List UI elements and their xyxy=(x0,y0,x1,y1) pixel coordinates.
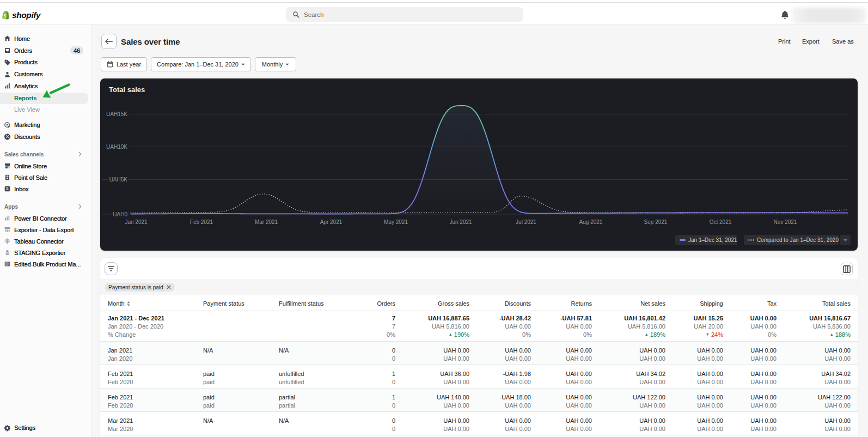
svg-text:S: S xyxy=(4,14,7,19)
